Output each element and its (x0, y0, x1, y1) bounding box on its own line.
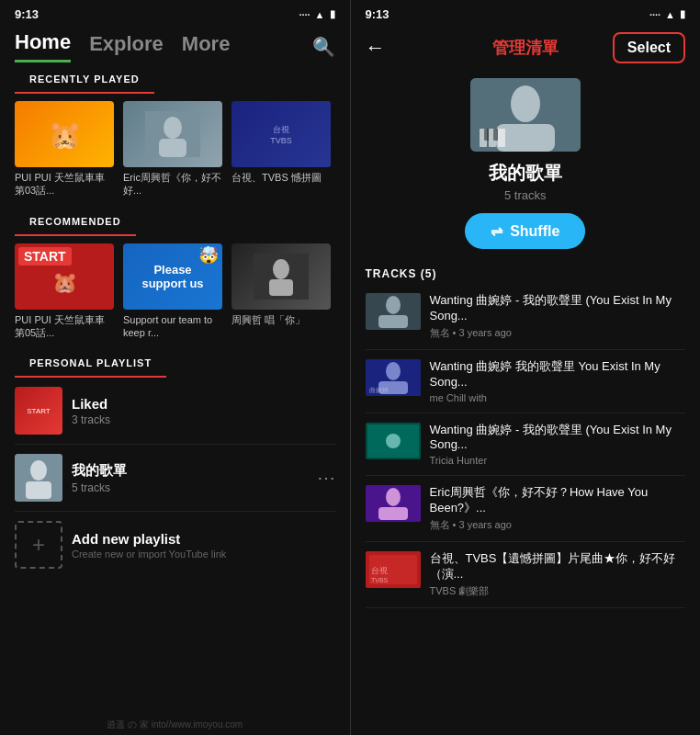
recently-played-label: RECENTLY PLAYED (15, 62, 154, 94)
mysong-info: 我的歌單 5 tracks (72, 462, 308, 494)
track-item-5[interactable]: 台視 TVBS 台視、TVBS【遺憾拼圖】片尾曲★你，好不好（演... TVBS… (366, 542, 686, 608)
track-sub-1: 無名 • 3 years ago (430, 326, 686, 340)
recommended-thumb-1: START 🐹 (15, 243, 114, 310)
track-item-3[interactable]: Wanting 曲婉婷 - 我的歌聲里 (You Exist In My Son… (366, 413, 686, 477)
add-title: Add new playlist (72, 531, 226, 547)
recommended-item-3[interactable]: 周興哲 唱「你」 (231, 243, 331, 340)
playlist-item-mysong[interactable]: 我的歌單 5 tracks ⋯ (15, 445, 335, 512)
track-info-4: Eric周興哲《你，好不好？How Have You Been?》... 無名 … (430, 485, 686, 532)
personal-playlist-section: PERSONAL PLAYLIST (0, 346, 350, 378)
recently-played-section: RECENTLY PLAYED (0, 62, 350, 94)
back-button[interactable]: ← (366, 36, 386, 60)
svg-point-1 (164, 117, 182, 139)
nav-tabs: Home Explore More 🔍 (0, 25, 350, 62)
tracks-header: TRACKS (5) (351, 260, 701, 284)
playlist-list: START Liked 3 tracks 我的歌單 5 tracks ⋯ (0, 378, 350, 715)
svg-rect-16 (493, 129, 498, 141)
recently-label-3: 台視、TVBS 憾拼圖 (231, 171, 331, 184)
playlist-item-liked[interactable]: START Liked 3 tracks (15, 378, 335, 445)
recently-item-2[interactable]: Eric周興哲《你，好不好... (123, 101, 222, 198)
svg-rect-15 (484, 129, 489, 141)
track-item-2[interactable]: 曲婉婷 Wanting 曲婉婷 我的歌聲里 You Exist In My So… (366, 350, 686, 413)
recommended-thumb-2: Pleasesupport us 🤯 (123, 243, 222, 310)
recently-thumb-2 (123, 101, 222, 167)
right-time: 9:13 (366, 7, 390, 21)
hero-playlist-sub: 5 tracks (504, 188, 547, 202)
tab-explore[interactable]: Explore (89, 32, 164, 62)
recommended-label-1: PUI PUI 天竺鼠車車 第05話... (15, 313, 114, 340)
mysong-title: 我的歌單 (72, 462, 308, 480)
liked-info: Liked 3 tracks (72, 396, 335, 426)
svg-point-7 (30, 460, 47, 481)
mysong-sub: 5 tracks (72, 481, 308, 494)
track-sub-2: me Chill with (430, 392, 686, 403)
left-panel: 9:13 ···· ▲ ▮ Home Explore More 🔍 RECENT… (0, 0, 350, 735)
track-info-2: Wanting 曲婉婷 我的歌聲里 You Exist In My Song..… (430, 359, 686, 403)
add-playlist-item[interactable]: + Add new playlist Create new or import … (15, 512, 335, 578)
liked-thumb: START (15, 387, 62, 435)
playlist-hero: 我的歌單 5 tracks ⇌ Shuffle (351, 71, 701, 260)
svg-rect-19 (378, 315, 408, 328)
add-plus-icon: + (15, 521, 62, 569)
select-button[interactable]: Select (613, 32, 685, 63)
recently-thumb-3: 台視TVBS (231, 101, 331, 167)
svg-rect-14 (498, 129, 505, 147)
watermark: 逍遥 の 家 into//www.imoyou.com (0, 715, 350, 735)
svg-point-18 (386, 296, 401, 314)
recently-item-1[interactable]: 🐹 PUI PUI 天竺鼠車車 第03話... (15, 101, 114, 198)
track-thumb-4 (366, 485, 421, 522)
track-sub-4: 無名 • 3 years ago (430, 518, 686, 532)
svg-rect-5 (269, 279, 293, 296)
hero-thumbnail (470, 78, 581, 152)
signal-dots: ···· (299, 9, 310, 20)
track-item-4[interactable]: Eric周興哲《你，好不好？How Have You Been?》... 無名 … (366, 476, 686, 542)
right-header: ← 管理清單 Select (351, 25, 701, 71)
right-status-icons: ···· ▲ ▮ (649, 8, 685, 20)
recently-label-1: PUI PUI 天竺鼠車車 第03話... (15, 171, 114, 198)
shuffle-label: Shuffle (510, 223, 559, 240)
track-item-1[interactable]: Wanting 曲婉婷 - 我的歌聲里 (You Exist In My Son… (366, 284, 686, 350)
track-thumb-1 (366, 293, 421, 330)
svg-point-28 (386, 488, 401, 506)
recommended-item-2[interactable]: Pleasesupport us 🤯 Support our team to k… (123, 243, 222, 340)
playlist-more-icon[interactable]: ⋯ (317, 467, 335, 489)
svg-point-26 (386, 434, 401, 448)
left-time: 9:13 (15, 7, 39, 21)
svg-point-4 (273, 259, 289, 279)
right-panel: 9:13 ···· ▲ ▮ ← 管理清單 Select 我的歌 (351, 0, 701, 735)
right-wifi-icon: ▲ (665, 9, 675, 20)
personal-playlist-label: PERSONAL PLAYLIST (15, 346, 166, 378)
track-title-3: Wanting 曲婉婷 - 我的歌聲里 (You Exist In My Son… (430, 423, 686, 454)
track-info-3: Wanting 曲婉婷 - 我的歌聲里 (You Exist In My Son… (430, 423, 686, 467)
track-title-2: Wanting 曲婉婷 我的歌聲里 You Exist In My Song..… (430, 359, 686, 390)
track-thumb-3 (366, 423, 421, 459)
search-icon[interactable]: 🔍 (312, 36, 335, 58)
liked-title: Liked (72, 396, 335, 412)
tab-more[interactable]: More (182, 32, 231, 62)
recently-played-row: 🐹 PUI PUI 天竺鼠車車 第03話... Eric周興哲《你，好不好... (0, 94, 350, 205)
shuffle-icon: ⇌ (491, 222, 502, 240)
track-thumb-5: 台視 TVBS (366, 551, 421, 588)
left-status-bar: 9:13 ···· ▲ ▮ (0, 0, 350, 25)
recently-label-2: Eric周興哲《你，好不好... (123, 171, 222, 198)
liked-sub: 3 tracks (72, 413, 335, 426)
recently-item-3[interactable]: 台視TVBS 台視、TVBS 憾拼圖 (231, 101, 331, 198)
recently-thumb-1: 🐹 (15, 101, 114, 167)
tab-home[interactable]: Home (15, 30, 71, 62)
recommended-label: RECOMMENDED (15, 205, 136, 236)
svg-rect-29 (378, 507, 408, 520)
svg-point-21 (386, 362, 401, 380)
recommended-thumb-3 (231, 243, 331, 310)
left-status-icons: ···· ▲ ▮ (299, 8, 334, 20)
track-thumb-2: 曲婉婷 (366, 359, 421, 396)
right-battery-icon: ▮ (680, 8, 685, 20)
mysong-thumb (15, 454, 62, 502)
recommended-row: START 🐹 PUI PUI 天竺鼠車車 第05話... Pleasesupp… (0, 236, 350, 347)
track-title-4: Eric周興哲《你，好不好？How Have You Been?》... (430, 485, 686, 516)
svg-rect-8 (26, 481, 51, 499)
recommended-section: RECOMMENDED (0, 205, 350, 236)
shuffle-button[interactable]: ⇌ Shuffle (465, 213, 585, 249)
recommended-item-1[interactable]: START 🐹 PUI PUI 天竺鼠車車 第05話... (15, 243, 114, 340)
recommended-label-2: Support our team to keep r... (123, 313, 222, 340)
hero-playlist-title: 我的歌單 (489, 161, 562, 186)
